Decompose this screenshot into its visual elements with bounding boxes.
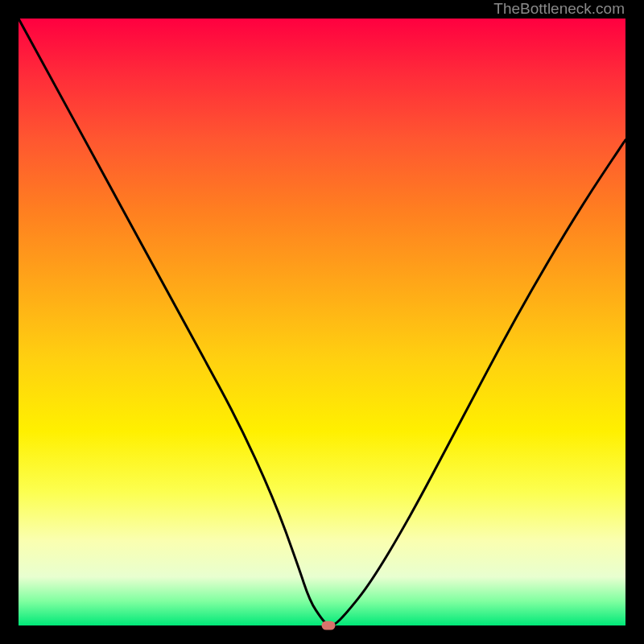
chart-container: TheBottleneck.com [0, 0, 644, 644]
watermark-text: TheBottleneck.com [493, 0, 625, 18]
minimum-marker [321, 621, 335, 630]
bottleneck-curve [19, 19, 625, 625]
